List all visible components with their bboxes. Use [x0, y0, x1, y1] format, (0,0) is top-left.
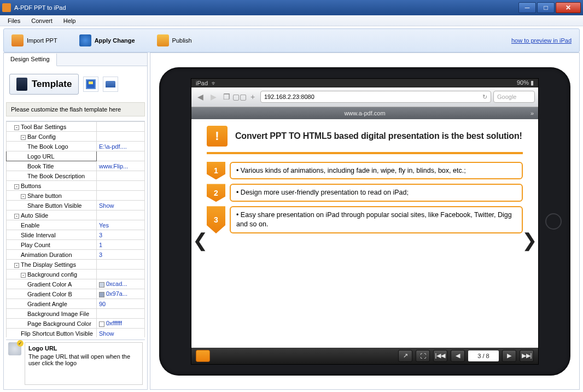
- property-key: The Display Settings: [21, 261, 76, 268]
- reload-icon[interactable]: ↻: [482, 93, 487, 101]
- property-row[interactable]: The Book LogoE:\a-pdf....: [7, 142, 145, 151]
- tree-toggle-icon[interactable]: -: [21, 273, 26, 278]
- address-bar[interactable]: 192.168.2.23:8080 ↻: [260, 91, 491, 103]
- template-button[interactable]: Template: [9, 74, 79, 95]
- fullscreen-button[interactable]: ⛶: [416, 350, 430, 362]
- first-button[interactable]: |◀◀: [433, 350, 447, 362]
- property-value: Show: [99, 330, 114, 337]
- publish-button[interactable]: Publish: [157, 34, 192, 46]
- property-row[interactable]: -Background config: [7, 270, 145, 279]
- share-button[interactable]: ↗: [398, 350, 412, 362]
- property-row[interactable]: Animation Duration3: [7, 250, 145, 260]
- color-swatch: [99, 282, 104, 288]
- next-button[interactable]: ▶: [502, 350, 516, 362]
- tab-design-setting[interactable]: Design Setting: [4, 54, 57, 66]
- property-row[interactable]: Page Background Color0xffffff: [7, 319, 145, 329]
- property-grid[interactable]: -Tool Bar Settings-Bar ConfigThe Book Lo…: [6, 121, 145, 337]
- tree-toggle-icon[interactable]: -: [14, 214, 19, 219]
- search-bar[interactable]: Google: [493, 91, 535, 103]
- property-key: Share button: [27, 192, 62, 199]
- ipad-statusbar: iPad ᯤ 90% ▮: [191, 79, 538, 87]
- property-row[interactable]: Share Button VisibleShow: [7, 201, 145, 210]
- titlebar: A-PDF PPT to iPad ─ □ ✕: [0, 0, 583, 15]
- property-key: The Book Logo: [27, 143, 68, 150]
- apply-icon: [79, 34, 91, 46]
- wifi-icon: ᯤ: [211, 80, 217, 86]
- property-key: Page Background Color: [27, 320, 91, 327]
- bookmarks-icon[interactable]: ▢▢: [234, 91, 245, 102]
- tabs-more-icon[interactable]: »: [530, 110, 534, 116]
- menu-convert[interactable]: Convert: [26, 16, 58, 25]
- property-value: 3: [99, 251, 102, 258]
- property-row[interactable]: -Share button: [7, 191, 145, 201]
- bullet-number: 1: [207, 162, 225, 180]
- property-row[interactable]: Gradient Angle90: [7, 299, 145, 309]
- property-key: Logo URL: [27, 153, 55, 160]
- slide-heading: Convert PPT TO HTML5 based digital prese…: [235, 131, 522, 142]
- ipad-home-button[interactable]: [545, 213, 562, 230]
- menu-files[interactable]: Files: [2, 16, 26, 25]
- property-row[interactable]: -Bar Config: [7, 132, 145, 142]
- app-icon: [2, 3, 11, 12]
- slide-area: ! Convert PPT TO HTML5 based digital pre…: [191, 119, 538, 348]
- save-settings-button[interactable]: [83, 77, 98, 92]
- property-key: The Book Description: [27, 173, 85, 179]
- add-icon[interactable]: +: [247, 91, 258, 102]
- tree-toggle-icon[interactable]: -: [21, 194, 26, 199]
- apply-label: Apply Change: [95, 37, 135, 44]
- property-row[interactable]: Slide Interval3: [7, 230, 145, 240]
- player-logo[interactable]: [196, 350, 210, 362]
- color-swatch: [99, 321, 104, 327]
- property-key: Gradient Color A: [27, 281, 72, 288]
- load-settings-button[interactable]: [103, 77, 118, 92]
- property-row[interactable]: -Auto Slide: [7, 210, 145, 220]
- tree-toggle-icon[interactable]: -: [21, 135, 26, 140]
- forward-button[interactable]: ▶: [208, 91, 219, 102]
- property-row[interactable]: -The Display Settings: [7, 260, 145, 270]
- maximize-button[interactable]: □: [537, 2, 555, 13]
- property-row[interactable]: Gradient Color B0x97a...: [7, 289, 145, 299]
- property-row[interactable]: The Book Description: [7, 171, 145, 181]
- property-row[interactable]: Gradient Color A0xcad...: [7, 279, 145, 289]
- property-row[interactable]: -Tool Bar Settings: [7, 122, 145, 132]
- property-value: 0xffffff: [106, 320, 122, 326]
- color-swatch: [99, 292, 104, 297]
- property-key: Slide Interval: [21, 232, 56, 238]
- menubar: Files Convert Help: [0, 15, 583, 26]
- next-slide-arrow[interactable]: ❯: [522, 229, 537, 251]
- template-label: Template: [32, 79, 72, 90]
- property-row[interactable]: Book Titlewww.Flip...: [7, 161, 145, 171]
- back-button[interactable]: ◀: [195, 91, 206, 102]
- property-row[interactable]: Flip Shortcut Button VisibleShow: [7, 329, 145, 338]
- property-key: Flip Shortcut Button Visible: [21, 330, 93, 337]
- property-key: Book Title: [27, 163, 54, 169]
- close-button[interactable]: ✕: [556, 2, 581, 13]
- browser-tabstrip: www.a-pdf.com »: [191, 107, 538, 119]
- tree-toggle-icon[interactable]: -: [14, 125, 19, 130]
- load-icon: [106, 81, 115, 87]
- property-row[interactable]: Background Image File: [7, 309, 145, 319]
- property-row[interactable]: Logo URL: [7, 151, 145, 161]
- bullet-row: 3• Easy share presentation on iPad throu…: [207, 206, 523, 233]
- menu-help[interactable]: Help: [58, 16, 81, 25]
- prev-button[interactable]: ◀: [451, 350, 465, 362]
- property-row[interactable]: Play Count1: [7, 240, 145, 250]
- prev-slide-arrow[interactable]: ❮: [193, 229, 208, 251]
- apply-change-button[interactable]: Apply Change: [79, 34, 135, 46]
- preview-link[interactable]: how to preview in iPad: [511, 37, 572, 44]
- tree-toggle-icon[interactable]: -: [14, 263, 19, 268]
- last-button[interactable]: ▶▶|: [520, 350, 534, 362]
- pages-icon[interactable]: ❐: [221, 91, 232, 102]
- property-value: Yes: [99, 222, 109, 229]
- ipad-screen: iPad ᯤ 90% ▮ ◀ ▶ ❐ ▢▢ + 192.168.2.23:808…: [191, 78, 539, 365]
- player-bar: ↗ ⛶ |◀◀ ◀ 3 / 8 ▶ ▶▶|: [191, 348, 538, 364]
- import-ppt-button[interactable]: Import PPT: [11, 34, 57, 46]
- minimize-button[interactable]: ─: [518, 2, 536, 13]
- property-row[interactable]: EnableYes: [7, 220, 145, 230]
- bullet-number: 3: [207, 206, 225, 233]
- import-icon: [11, 34, 24, 46]
- property-row[interactable]: -Buttons: [7, 181, 145, 191]
- property-value: www.Flip...: [99, 163, 128, 169]
- property-value: 0xcad...: [106, 280, 127, 287]
- tree-toggle-icon[interactable]: -: [14, 184, 19, 189]
